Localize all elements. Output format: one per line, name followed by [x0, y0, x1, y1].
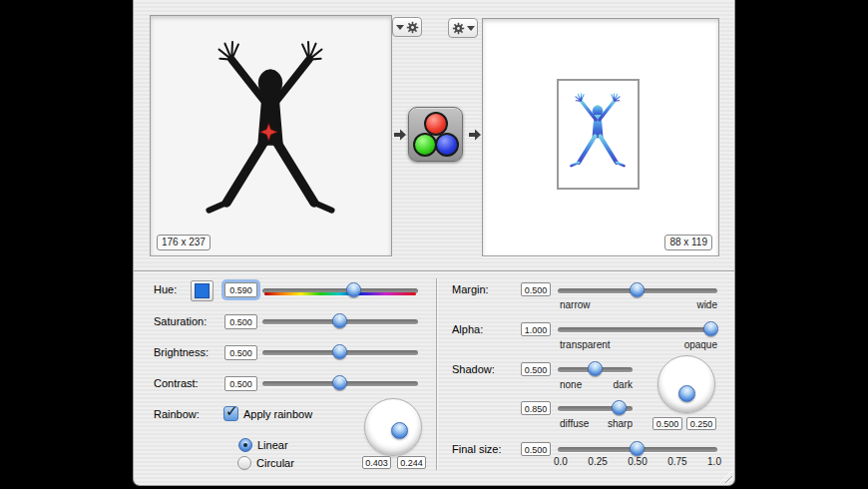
- flow-arrow-left-icon: [393, 128, 407, 142]
- linear-radio[interactable]: [238, 438, 252, 452]
- apply-rainbow-checkbox[interactable]: ✓: [223, 406, 238, 421]
- shadow-amount-min-label: none: [560, 379, 582, 390]
- alpha-slider[interactable]: [558, 321, 717, 337]
- hue-value-field[interactable]: 0.590: [224, 282, 257, 297]
- contrast-slider[interactable]: [262, 375, 418, 391]
- shadow-blur-slider[interactable]: [558, 400, 633, 416]
- linear-radio-label: Linear: [257, 439, 288, 451]
- shadow-amount-slider[interactable]: [558, 361, 633, 377]
- alpha-label: Alpha:: [452, 323, 483, 335]
- rainbow-label: Rainbow:: [154, 408, 200, 420]
- input-size-badge: 176 x 237: [157, 235, 211, 250]
- output-gear-menu-button[interactable]: [448, 18, 478, 38]
- alpha-value-field[interactable]: 1.000: [521, 322, 551, 336]
- final-size-label: Final size:: [452, 443, 502, 455]
- brightness-value-field[interactable]: 0.500: [224, 345, 257, 360]
- contrast-slider-thumb[interactable]: [332, 375, 347, 390]
- hue-slider[interactable]: [262, 282, 418, 298]
- final-size-value-field[interactable]: 0.500: [521, 442, 551, 456]
- shadow-pad-y-field[interactable]: 0.250: [686, 417, 716, 430]
- rainbow-pad-x-field[interactable]: 0.403: [362, 456, 391, 469]
- resize-grip[interactable]: [719, 470, 732, 483]
- final-size-slider[interactable]: [558, 441, 717, 457]
- circular-radio[interactable]: [237, 456, 251, 470]
- tick-label: 0.50: [628, 456, 647, 467]
- brightness-slider-thumb[interactable]: [332, 344, 347, 359]
- shadow-label: Shadow:: [452, 363, 495, 375]
- margin-slider[interactable]: [558, 282, 717, 298]
- tick-label: 0.0: [554, 456, 568, 467]
- tick-label: 1.0: [707, 456, 721, 467]
- output-image-panel: 88 x 119: [482, 18, 719, 256]
- horizontal-divider: [134, 270, 734, 271]
- input-gear-menu-button[interactable]: [392, 17, 422, 37]
- tick-label: 0.75: [667, 456, 686, 467]
- final-size-tick-labels: 0.0 0.25 0.50 0.75 1.0: [554, 456, 721, 467]
- apply-rainbow-checkbox-label: Apply rainbow: [243, 408, 312, 420]
- hue-label: Hue:: [154, 283, 177, 295]
- hue-color-swatch: [195, 283, 210, 298]
- margin-slider-thumb[interactable]: [630, 282, 645, 297]
- circular-radio-label: Circular: [256, 457, 294, 469]
- margin-label: Margin:: [452, 283, 489, 295]
- saturation-slider[interactable]: [262, 313, 418, 329]
- shadow-amount-field[interactable]: 0.500: [521, 362, 551, 376]
- blue-channel-icon: [435, 133, 459, 157]
- saturation-value-field[interactable]: 0.500: [224, 314, 257, 329]
- green-channel-icon: [413, 133, 437, 157]
- image-filter-window: 176 x 237: [133, 0, 735, 486]
- margin-min-label: narrow: [560, 299, 591, 310]
- tick-label: 0.25: [588, 456, 607, 467]
- brightness-label: Brightness:: [154, 346, 209, 358]
- brightness-slider[interactable]: [262, 344, 418, 360]
- alpha-min-label: transparent: [560, 339, 611, 350]
- input-figure-image: [196, 36, 345, 236]
- gear-icon: [406, 21, 419, 34]
- rainbow-center-pad[interactable]: [364, 398, 422, 456]
- shadow-blur-max-label: sharp: [598, 418, 633, 429]
- shadow-amount-max-label: dark: [603, 379, 633, 390]
- output-figure-image: [566, 90, 630, 178]
- saturation-label: Saturation:: [154, 315, 207, 327]
- shadow-amount-slider-thumb[interactable]: [588, 361, 603, 376]
- hue-slider-thumb[interactable]: [346, 282, 361, 297]
- alpha-slider-thumb[interactable]: [703, 321, 718, 336]
- saturation-slider-thumb[interactable]: [332, 313, 347, 328]
- margin-value-field[interactable]: 0.500: [521, 282, 551, 296]
- rainbow-pad-y-field[interactable]: 0.244: [397, 456, 426, 469]
- shadow-pad-x-field[interactable]: 0.500: [652, 417, 682, 430]
- margin-max-label: wide: [677, 299, 717, 310]
- vertical-divider: [436, 278, 437, 470]
- contrast-label: Contrast:: [154, 377, 199, 389]
- rainbow-center-pad-handle[interactable]: [391, 422, 408, 439]
- contrast-value-field[interactable]: 0.500: [224, 376, 257, 391]
- gear-icon: [452, 22, 465, 35]
- dropdown-arrow-icon: [467, 26, 475, 31]
- shadow-blur-min-label: diffuse: [560, 418, 589, 429]
- input-image-panel: 176 x 237: [150, 15, 392, 256]
- hue-gradient-strip: [264, 292, 416, 295]
- checkmark-icon: ✓: [225, 402, 238, 420]
- rgb-filter-icon[interactable]: [408, 107, 463, 162]
- output-image-box: [557, 79, 640, 190]
- dropdown-arrow-icon: [396, 25, 404, 30]
- shadow-blur-slider-thumb[interactable]: [612, 400, 627, 415]
- slider-track: [558, 327, 717, 332]
- final-size-slider-thumb[interactable]: [630, 441, 645, 456]
- alpha-max-label: opaque: [667, 339, 717, 350]
- screen: 176 x 237: [0, 0, 868, 489]
- shadow-blur-field[interactable]: 0.850: [521, 401, 551, 415]
- output-size-badge: 88 x 119: [664, 235, 712, 250]
- flow-arrow-right-icon: [468, 128, 482, 142]
- hue-color-well[interactable]: [191, 280, 214, 301]
- shadow-offset-pad[interactable]: [657, 355, 715, 413]
- shadow-offset-pad-handle[interactable]: [678, 385, 695, 402]
